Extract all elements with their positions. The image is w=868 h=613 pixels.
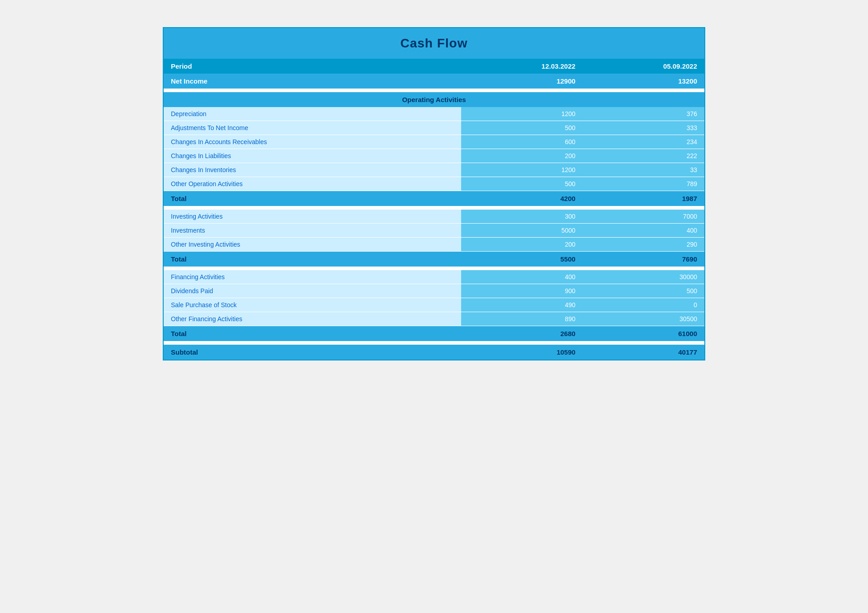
operating-total-row: Total 4200 1987 [164, 191, 704, 206]
row-val2: 290 [583, 238, 704, 252]
operating-section-header: Operating Activities [164, 92, 704, 107]
table-row: Investments 5000 400 [164, 224, 704, 238]
row-label: Dividends Paid [164, 284, 461, 298]
row-val2: 222 [583, 149, 704, 163]
operating-total-val1: 4200 [461, 191, 583, 206]
row-val1: 500 [461, 121, 583, 135]
row-val1: 490 [461, 298, 583, 312]
row-label: Changes In Accounts Receivables [164, 135, 461, 149]
net-income-val1: 12900 [461, 74, 583, 89]
net-income-label: Net Income [164, 74, 461, 89]
net-income-val2: 13200 [583, 74, 704, 89]
row-val1: 300 [461, 210, 583, 224]
table-row: Dividends Paid 900 500 [164, 284, 704, 298]
table-row: Investing Activities 300 7000 [164, 210, 704, 224]
col2-header: 05.09.2022 [583, 59, 704, 74]
col1-header: 12.03.2022 [461, 59, 583, 74]
row-val1: 1200 [461, 107, 583, 121]
table-row: Other Operation Activities 500 789 [164, 177, 704, 191]
row-val1: 200 [461, 238, 583, 252]
table-row: Other Financing Activities 890 30500 [164, 312, 704, 326]
financing-total-label: Total [164, 326, 461, 342]
net-income-row: Net Income 12900 13200 [164, 74, 704, 89]
row-label: Sale Purchase of Stock [164, 298, 461, 312]
subtotal-row: Subtotal 10590 40177 [164, 345, 704, 360]
investing-total-label: Total [164, 252, 461, 267]
table-row: Sale Purchase of Stock 490 0 [164, 298, 704, 312]
operating-total-label: Total [164, 191, 461, 206]
table-row: Changes In Inventories 1200 33 [164, 163, 704, 177]
row-val1: 500 [461, 177, 583, 191]
row-val1: 200 [461, 149, 583, 163]
row-label: Changes In Inventories [164, 163, 461, 177]
operating-label: Operating Activities [164, 92, 704, 107]
row-val1: 600 [461, 135, 583, 149]
row-label: Financing Activities [164, 270, 461, 284]
row-val1: 890 [461, 312, 583, 326]
spacer-4 [164, 341, 704, 345]
operating-total-val2: 1987 [583, 191, 704, 206]
row-val2: 333 [583, 121, 704, 135]
table-row: Changes In Accounts Receivables 600 234 [164, 135, 704, 149]
table-row: Financing Activities 400 30000 [164, 270, 704, 284]
subtotal-val2: 40177 [583, 345, 704, 360]
row-val2: 400 [583, 224, 704, 238]
spacer-3 [164, 267, 704, 270]
row-val2: 0 [583, 298, 704, 312]
table-row: Adjustments To Net Income 500 333 [164, 121, 704, 135]
row-val2: 376 [583, 107, 704, 121]
table-row: Depreciation 1200 376 [164, 107, 704, 121]
row-val2: 30000 [583, 270, 704, 284]
subtotal-label: Subtotal [164, 345, 461, 360]
financing-total-val1: 2680 [461, 326, 583, 342]
table-row: Other Investing Activities 200 290 [164, 238, 704, 252]
financing-total-row: Total 2680 61000 [164, 326, 704, 342]
cash-flow-table: Cash Flow Period 12.03.2022 05.09.2022 N… [163, 27, 705, 360]
row-label: Other Operation Activities [164, 177, 461, 191]
investing-total-val2: 7690 [583, 252, 704, 267]
investing-total-val1: 5500 [461, 252, 583, 267]
spacer-1 [164, 89, 704, 92]
row-label: Changes In Liabilities [164, 149, 461, 163]
investing-total-row: Total 5500 7690 [164, 252, 704, 267]
row-val1: 5000 [461, 224, 583, 238]
header-row: Period 12.03.2022 05.09.2022 [164, 59, 704, 74]
row-label: Depreciation [164, 107, 461, 121]
row-val2: 789 [583, 177, 704, 191]
table-title-row: Cash Flow [164, 28, 704, 59]
row-label: Adjustments To Net Income [164, 121, 461, 135]
period-label: Period [164, 59, 461, 74]
row-val2: 33 [583, 163, 704, 177]
table-title: Cash Flow [400, 36, 467, 50]
row-label: Investments [164, 224, 461, 238]
row-val2: 7000 [583, 210, 704, 224]
row-label: Other Investing Activities [164, 238, 461, 252]
financing-total-val2: 61000 [583, 326, 704, 342]
row-label: Investing Activities [164, 210, 461, 224]
spacer-2 [164, 206, 704, 210]
row-val1: 900 [461, 284, 583, 298]
table-row: Changes In Liabilities 200 222 [164, 149, 704, 163]
row-val1: 400 [461, 270, 583, 284]
row-label: Other Financing Activities [164, 312, 461, 326]
row-val1: 1200 [461, 163, 583, 177]
subtotal-val1: 10590 [461, 345, 583, 360]
row-val2: 30500 [583, 312, 704, 326]
row-val2: 500 [583, 284, 704, 298]
row-val2: 234 [583, 135, 704, 149]
